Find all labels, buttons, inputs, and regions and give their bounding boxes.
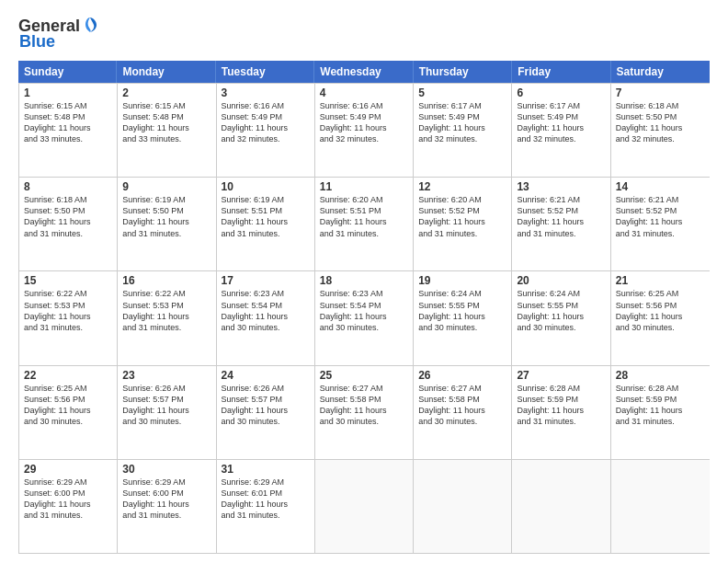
day-info: Sunrise: 6:25 AM Sunset: 5:56 PM Dayligh… (24, 383, 112, 428)
day-number: 26 (418, 369, 506, 382)
calendar-row: 8Sunrise: 6:18 AM Sunset: 5:50 PM Daylig… (19, 177, 710, 270)
day-info: Sunrise: 6:18 AM Sunset: 5:50 PM Dayligh… (24, 194, 112, 239)
cal-cell: 8Sunrise: 6:18 AM Sunset: 5:50 PM Daylig… (19, 178, 118, 270)
day-number: 29 (24, 463, 112, 476)
day-info: Sunrise: 6:27 AM Sunset: 5:58 PM Dayligh… (418, 383, 506, 428)
cal-cell: 17Sunrise: 6:23 AM Sunset: 5:54 PM Dayli… (217, 271, 315, 364)
dow-tuesday: Tuesday (216, 61, 314, 83)
day-number: 1 (24, 86, 112, 99)
day-number: 10 (222, 180, 310, 193)
day-info: Sunrise: 6:25 AM Sunset: 5:56 PM Dayligh… (616, 288, 705, 333)
cal-cell: 23Sunrise: 6:26 AM Sunset: 5:57 PM Dayli… (118, 366, 216, 459)
day-info: Sunrise: 6:29 AM Sunset: 6:00 PM Dayligh… (122, 477, 210, 522)
day-number: 6 (517, 86, 605, 99)
dow-friday: Friday (512, 61, 610, 83)
day-info: Sunrise: 6:20 AM Sunset: 5:52 PM Dayligh… (418, 194, 506, 239)
calendar-row: 29Sunrise: 6:29 AM Sunset: 6:00 PM Dayli… (19, 459, 710, 553)
day-info: Sunrise: 6:19 AM Sunset: 5:51 PM Dayligh… (222, 194, 310, 239)
day-number: 7 (616, 86, 705, 99)
day-info: Sunrise: 6:26 AM Sunset: 5:57 PM Dayligh… (222, 383, 310, 428)
day-info: Sunrise: 6:16 AM Sunset: 5:49 PM Dayligh… (222, 100, 310, 145)
day-info: Sunrise: 6:16 AM Sunset: 5:49 PM Dayligh… (320, 100, 408, 145)
cal-cell: 16Sunrise: 6:22 AM Sunset: 5:53 PM Dayli… (118, 271, 216, 364)
day-number: 21 (616, 274, 705, 287)
cal-cell: 3Sunrise: 6:16 AM Sunset: 5:49 PM Daylig… (217, 84, 315, 177)
cal-cell: 19Sunrise: 6:24 AM Sunset: 5:55 PM Dayli… (414, 271, 512, 364)
calendar-header: Sunday Monday Tuesday Wednesday Thursday… (18, 61, 710, 83)
day-info: Sunrise: 6:23 AM Sunset: 5:54 PM Dayligh… (222, 288, 310, 333)
day-info: Sunrise: 6:19 AM Sunset: 5:50 PM Dayligh… (122, 194, 210, 239)
dow-sunday: Sunday (18, 61, 117, 83)
cal-cell: 24Sunrise: 6:26 AM Sunset: 5:57 PM Dayli… (217, 366, 315, 459)
day-info: Sunrise: 6:27 AM Sunset: 5:58 PM Dayligh… (320, 383, 408, 428)
day-info: Sunrise: 6:15 AM Sunset: 5:48 PM Dayligh… (24, 100, 112, 145)
dow-saturday: Saturday (611, 61, 710, 83)
cal-cell: 26Sunrise: 6:27 AM Sunset: 5:58 PM Dayli… (414, 366, 512, 459)
cal-cell: 18Sunrise: 6:23 AM Sunset: 5:54 PM Dayli… (315, 271, 414, 364)
cal-cell: 15Sunrise: 6:22 AM Sunset: 5:53 PM Dayli… (19, 271, 118, 364)
day-number: 8 (24, 180, 112, 193)
dow-monday: Monday (117, 61, 215, 83)
day-number: 30 (122, 463, 210, 476)
day-number: 4 (320, 86, 408, 99)
cal-cell (512, 460, 610, 553)
cal-cell (315, 460, 414, 553)
day-number: 20 (517, 274, 605, 287)
dow-thursday: Thursday (414, 61, 512, 83)
logo-blue-label: Blue (19, 32, 55, 51)
cal-cell (414, 460, 512, 553)
day-number: 14 (616, 180, 705, 193)
cal-cell: 13Sunrise: 6:21 AM Sunset: 5:52 PM Dayli… (512, 178, 610, 270)
day-number: 24 (222, 369, 310, 382)
cal-cell: 22Sunrise: 6:25 AM Sunset: 5:56 PM Dayli… (19, 366, 118, 459)
calendar-page: General Blue Sunday Monday Tuesday Wedne… (0, 0, 728, 563)
day-number: 9 (122, 180, 210, 193)
day-info: Sunrise: 6:28 AM Sunset: 5:59 PM Dayligh… (517, 383, 605, 428)
logo-bird-icon (82, 16, 98, 36)
cal-cell: 7Sunrise: 6:18 AM Sunset: 5:50 PM Daylig… (611, 84, 710, 177)
day-number: 27 (517, 369, 605, 382)
cal-cell: 20Sunrise: 6:24 AM Sunset: 5:55 PM Dayli… (512, 271, 610, 364)
cal-cell: 27Sunrise: 6:28 AM Sunset: 5:59 PM Dayli… (512, 366, 610, 459)
calendar-row: 1Sunrise: 6:15 AM Sunset: 5:48 PM Daylig… (19, 83, 710, 177)
day-info: Sunrise: 6:21 AM Sunset: 5:52 PM Dayligh… (616, 194, 705, 239)
calendar-row: 22Sunrise: 6:25 AM Sunset: 5:56 PM Dayli… (19, 365, 710, 459)
day-number: 2 (122, 86, 210, 99)
cal-cell: 31Sunrise: 6:29 AM Sunset: 6:01 PM Dayli… (217, 460, 315, 553)
day-number: 17 (222, 274, 310, 287)
day-info: Sunrise: 6:29 AM Sunset: 6:00 PM Dayligh… (24, 477, 112, 522)
cal-cell: 4Sunrise: 6:16 AM Sunset: 5:49 PM Daylig… (315, 84, 414, 177)
cal-cell: 1Sunrise: 6:15 AM Sunset: 5:48 PM Daylig… (19, 84, 118, 177)
day-info: Sunrise: 6:22 AM Sunset: 5:53 PM Dayligh… (122, 288, 210, 333)
cal-cell: 28Sunrise: 6:28 AM Sunset: 5:59 PM Dayli… (611, 366, 710, 459)
day-info: Sunrise: 6:21 AM Sunset: 5:52 PM Dayligh… (517, 194, 605, 239)
cal-cell: 29Sunrise: 6:29 AM Sunset: 6:00 PM Dayli… (19, 460, 118, 553)
day-info: Sunrise: 6:15 AM Sunset: 5:48 PM Dayligh… (122, 100, 210, 145)
day-number: 23 (122, 369, 210, 382)
cal-cell: 21Sunrise: 6:25 AM Sunset: 5:56 PM Dayli… (611, 271, 710, 364)
day-number: 11 (320, 180, 408, 193)
day-info: Sunrise: 6:29 AM Sunset: 6:01 PM Dayligh… (222, 477, 310, 522)
day-number: 16 (122, 274, 210, 287)
cal-cell: 9Sunrise: 6:19 AM Sunset: 5:50 PM Daylig… (118, 178, 216, 270)
day-number: 19 (418, 274, 506, 287)
cal-cell: 11Sunrise: 6:20 AM Sunset: 5:51 PM Dayli… (315, 178, 414, 270)
day-info: Sunrise: 6:17 AM Sunset: 5:49 PM Dayligh… (517, 100, 605, 145)
logo: General Blue (18, 17, 98, 52)
cal-cell: 30Sunrise: 6:29 AM Sunset: 6:00 PM Dayli… (118, 460, 216, 553)
day-info: Sunrise: 6:17 AM Sunset: 5:49 PM Dayligh… (418, 100, 506, 145)
day-number: 18 (320, 274, 408, 287)
day-number: 31 (222, 463, 310, 476)
cal-cell (611, 460, 710, 553)
day-number: 25 (320, 369, 408, 382)
cal-cell: 25Sunrise: 6:27 AM Sunset: 5:58 PM Dayli… (315, 366, 414, 459)
day-info: Sunrise: 6:18 AM Sunset: 5:50 PM Dayligh… (616, 100, 705, 145)
day-info: Sunrise: 6:24 AM Sunset: 5:55 PM Dayligh… (418, 288, 506, 333)
cal-cell: 5Sunrise: 6:17 AM Sunset: 5:49 PM Daylig… (414, 84, 512, 177)
day-info: Sunrise: 6:22 AM Sunset: 5:53 PM Dayligh… (24, 288, 112, 333)
dow-wednesday: Wednesday (314, 61, 413, 83)
cal-cell: 12Sunrise: 6:20 AM Sunset: 5:52 PM Dayli… (414, 178, 512, 270)
day-info: Sunrise: 6:26 AM Sunset: 5:57 PM Dayligh… (122, 383, 210, 428)
day-info: Sunrise: 6:24 AM Sunset: 5:55 PM Dayligh… (517, 288, 605, 333)
cal-cell: 10Sunrise: 6:19 AM Sunset: 5:51 PM Dayli… (217, 178, 315, 270)
